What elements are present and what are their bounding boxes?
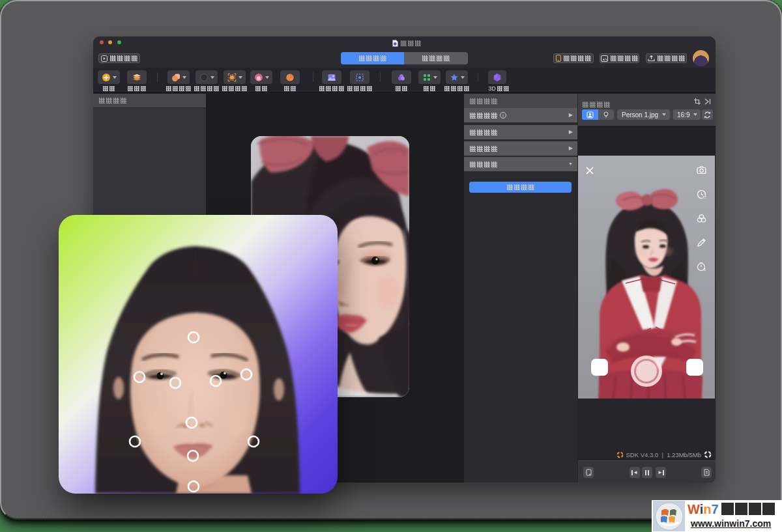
svg-text:3: 3 <box>704 268 706 272</box>
svg-text:RT: RT <box>702 196 706 199</box>
